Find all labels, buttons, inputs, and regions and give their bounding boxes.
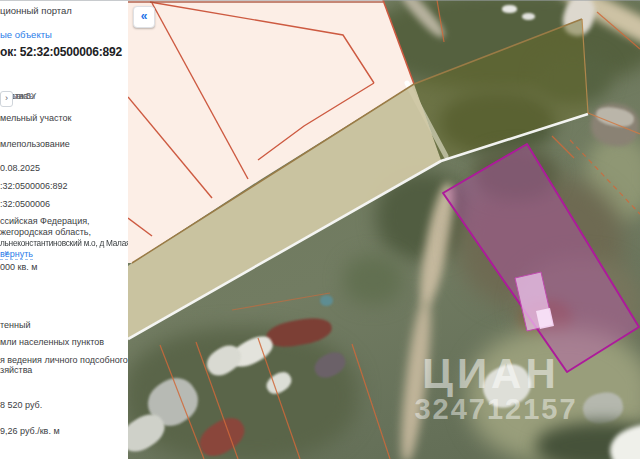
cadastral-quarter-value: :32:0500006: [0, 199, 50, 209]
boundary-line: [160, 345, 204, 459]
date-value: 0.08.2025: [0, 163, 40, 173]
parcel-info-panel: ционный портал ые объекты ок: 52:32:0500…: [0, 0, 128, 459]
collapse-panel-button[interactable]: «: [133, 6, 155, 28]
top-border: [0, 0, 640, 1]
highlighted-parcel[interactable]: [443, 144, 639, 372]
boundary-line: [552, 136, 574, 158]
map-canvas[interactable]: ЦИАН 324712157 «: [128, 0, 640, 459]
boundary-line: [352, 344, 390, 459]
cadastral-overlay: [128, 0, 640, 459]
boundary-line: [258, 338, 300, 459]
parcel-heading: ок: 52:32:0500006:892: [0, 45, 122, 59]
chevron-down-icon: ∨: [4, 249, 9, 257]
land-use-type-value: млепользование: [0, 139, 70, 149]
permitted-use-line-2: зяйства: [0, 365, 32, 375]
road-parcel-band-right[interactable]: [414, 19, 588, 160]
unit-cost-value: 9,26 руб./кв. м: [0, 426, 60, 436]
boundary-line: [588, 113, 640, 134]
area-value: 000 кв. м: [0, 262, 37, 272]
boundary-line: [232, 293, 330, 310]
object-type-value: мельный участок: [0, 113, 71, 123]
permitted-use-line-1: я ведения личного подсобного: [0, 355, 128, 365]
cadastral-number-value: :32:0500006:892: [0, 181, 68, 191]
tabs-overflow-button[interactable]: ›: [0, 91, 13, 107]
portal-title: ционный портал: [0, 5, 72, 16]
address-line-3: льнеконстантиновский м.о, д Малая: [0, 238, 128, 248]
address-line-2: жегородская область,: [0, 227, 91, 237]
boundary-line: [196, 342, 238, 459]
area-status-value: тенный: [0, 320, 30, 330]
land-category-value: мли населенных пунктов: [0, 337, 104, 347]
found-objects-link[interactable]: ые объекты: [0, 29, 52, 40]
address-line-1: ссийская Федерация,: [0, 216, 90, 226]
boundary-line: [570, 140, 640, 214]
app-window: ционный портал ые объекты ок: 52:32:0500…: [0, 0, 640, 459]
boundary-line: [437, 0, 444, 42]
cadastral-cost-value: 8 520 руб.: [0, 400, 42, 410]
panel-tabs: ы Объекты Части ЗУ Состав ›: [0, 89, 128, 105]
boundary-line: [597, 12, 640, 49]
